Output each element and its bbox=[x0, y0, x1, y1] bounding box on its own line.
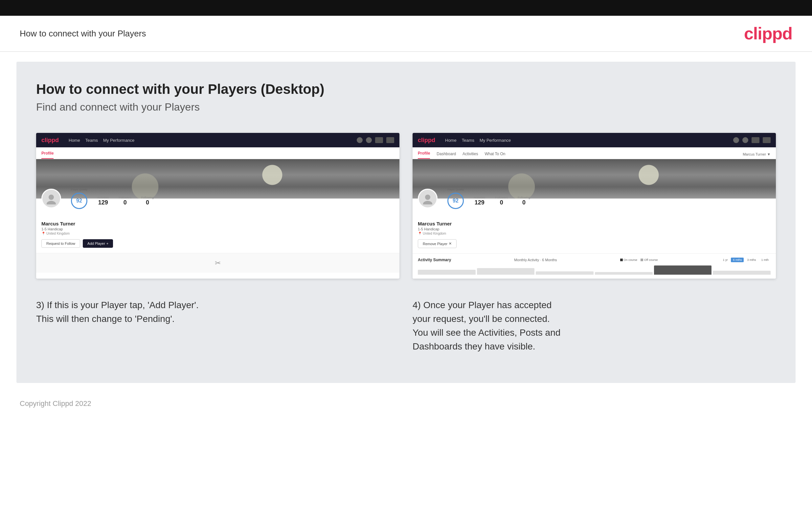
mock-stat-activities-label-left: Activities bbox=[97, 196, 109, 199]
mock-period-1yr[interactable]: 1 yr bbox=[721, 258, 729, 262]
mock-tab-activities-right[interactable]: Activities bbox=[462, 152, 478, 159]
footer: Copyright Clippd 2022 bbox=[0, 393, 812, 414]
mock-lang-right bbox=[763, 137, 771, 143]
footer-copyright: Copyright Clippd 2022 bbox=[20, 399, 91, 407]
mock-navbar-left: clippd Home Teams My Performance bbox=[36, 133, 399, 147]
description-block-3: 3) If this is your Player tap, 'Add Play… bbox=[36, 295, 399, 357]
mock-nav-perf-left: My Performance bbox=[103, 138, 134, 143]
mock-stat-following-label-right: Following bbox=[518, 196, 530, 199]
legend-dot-offcourse bbox=[641, 259, 643, 261]
mock-stat-followers-val-right: 0 bbox=[500, 199, 503, 206]
mock-player-location-right: 📍 United Kingdom bbox=[418, 232, 771, 235]
mock-activity-period-right: Monthly Activity · 6 Months bbox=[514, 258, 557, 262]
mock-tab-profile-left[interactable]: Profile bbox=[41, 151, 54, 159]
mock-avatar-right bbox=[418, 189, 438, 208]
mock-quality-circle-left: 92 bbox=[71, 192, 87, 209]
mock-stat-activities-left: Activities 129 bbox=[97, 196, 109, 206]
mock-nav-perf-right: My Performance bbox=[479, 138, 511, 143]
screenshot-right: clippd Home Teams My Performance Profile… bbox=[413, 133, 776, 279]
screenshot-left: clippd Home Teams My Performance Profile bbox=[36, 133, 399, 279]
mock-quality-wrapper-left: Player Quality 92 bbox=[71, 192, 87, 209]
mock-bar-1 bbox=[418, 270, 476, 275]
mock-profile-body-left: Player Quality 92 Activities 129 Followe… bbox=[36, 199, 399, 253]
mock-bar-5 bbox=[654, 266, 712, 275]
header-title: How to connect with your Players bbox=[20, 29, 146, 39]
mock-navbar-right: clippd Home Teams My Performance bbox=[413, 133, 776, 147]
mock-player-handicap-right: 1-5 Handicap bbox=[418, 227, 771, 231]
top-bar bbox=[0, 0, 812, 16]
mock-nav-teams-right: Teams bbox=[462, 138, 474, 143]
mock-player-name-right: Marcus Turner bbox=[418, 221, 771, 226]
remove-player-x-icon: ✕ bbox=[449, 241, 452, 246]
mock-buttons-row-right: Remove Player ✕ bbox=[418, 239, 771, 248]
mock-player-name-left: Marcus Turner bbox=[41, 221, 394, 226]
mock-stat-following-val-right: 0 bbox=[522, 199, 525, 206]
mock-chart-bars-right bbox=[418, 265, 771, 275]
mock-player-location-left: 📍 United Kingdom bbox=[41, 232, 394, 235]
mock-buttons-row-left: Request to Follow Add Player + bbox=[41, 239, 394, 248]
mock-stat-followers-left: Followers 0 bbox=[119, 196, 132, 206]
mock-bar-6 bbox=[713, 271, 771, 275]
mock-bar-4 bbox=[595, 272, 653, 275]
mock-user-icon-right bbox=[742, 137, 748, 143]
mock-tab-whattoon-right[interactable]: What To On bbox=[485, 152, 505, 159]
screenshots-row: clippd Home Teams My Performance Profile bbox=[36, 133, 776, 279]
mock-quality-label-right: Player Quality bbox=[447, 188, 464, 191]
main-title: How to connect with your Players (Deskto… bbox=[36, 81, 776, 97]
remove-player-label: Remove Player bbox=[423, 242, 447, 246]
mock-activity-header-right: Activity Summary Monthly Activity · 6 Mo… bbox=[418, 258, 771, 262]
mock-stat-activities-val-left: 129 bbox=[98, 199, 108, 206]
mock-activity-title-right: Activity Summary bbox=[418, 258, 451, 262]
location-pin-icon-left: 📍 bbox=[41, 232, 45, 235]
mock-stat-activities-right: Activities 129 bbox=[474, 196, 486, 206]
svg-point-2 bbox=[425, 194, 430, 200]
mock-period-6mths[interactable]: 6 mths bbox=[731, 258, 744, 262]
mock-quality-val-left: 92 bbox=[76, 198, 82, 204]
mock-quality-label-left: Player Quality bbox=[71, 188, 87, 191]
mock-logo-left: clippd bbox=[41, 137, 59, 144]
mock-stat-followers-label-left: Followers bbox=[119, 196, 132, 199]
mock-profile-body-right: Player Quality 92 Activities 129 Followe… bbox=[413, 199, 776, 253]
mock-settings-left bbox=[375, 137, 383, 143]
mock-tabbar-left: Profile bbox=[36, 147, 399, 159]
add-player-button[interactable]: Add Player + bbox=[83, 239, 113, 248]
mock-nav-home-right: Home bbox=[445, 138, 457, 143]
mock-settings-right bbox=[752, 137, 759, 143]
header: How to connect with your Players clippd bbox=[0, 16, 812, 52]
mock-legend-offcourse: Off course bbox=[641, 258, 658, 262]
mock-tab-profile-right[interactable]: Profile bbox=[418, 151, 430, 159]
remove-player-button[interactable]: Remove Player ✕ bbox=[418, 239, 457, 248]
mock-search-icon-right bbox=[733, 137, 739, 143]
mock-period-3mths[interactable]: 3 mths bbox=[745, 258, 758, 262]
mock-profile-info-left: Marcus Turner 1-5 Handicap 📍 United King… bbox=[41, 209, 394, 235]
mock-quality-val-right: 92 bbox=[453, 198, 459, 204]
mock-quality-wrapper-right: Player Quality 92 bbox=[447, 192, 464, 209]
add-player-plus-icon: + bbox=[106, 241, 108, 245]
legend-label-oncourse: On course bbox=[624, 258, 638, 262]
description-block-4: 4) Once your Player has acceptedyour req… bbox=[413, 295, 776, 357]
mock-tab-dashboard-right[interactable]: Dashboard bbox=[437, 152, 456, 159]
mock-player-dropdown-right[interactable]: Marcus Turner ▼ bbox=[743, 152, 771, 159]
mock-nav-links-right: Home Teams My Performance bbox=[445, 138, 726, 143]
mock-bar-3 bbox=[536, 271, 594, 275]
mock-player-handicap-left: 1-5 Handicap bbox=[41, 227, 394, 231]
mock-lang-left bbox=[386, 137, 394, 143]
svg-point-1 bbox=[47, 201, 56, 205]
descriptions-row: 3) If this is your Player tap, 'Add Play… bbox=[36, 295, 776, 357]
header-logo: clippd bbox=[744, 23, 792, 43]
mock-nav-home-left: Home bbox=[69, 138, 80, 143]
mock-user-icon-left bbox=[366, 137, 372, 143]
mock-legend-oncourse: On course bbox=[620, 258, 638, 262]
description-text-3: 3) If this is your Player tap, 'Add Play… bbox=[36, 298, 399, 326]
location-pin-icon-right: 📍 bbox=[418, 232, 422, 235]
mock-quality-circle-right: 92 bbox=[447, 192, 464, 209]
mock-cursor-area-left: ✂ bbox=[36, 253, 399, 273]
mock-activity-section-right: Activity Summary Monthly Activity · 6 Mo… bbox=[413, 253, 776, 279]
request-follow-button[interactable]: Request to Follow bbox=[41, 239, 80, 248]
mock-period-1mth[interactable]: 1 mth bbox=[759, 258, 771, 262]
mock-nav-icons-right bbox=[733, 137, 771, 143]
mock-stat-followers-right: Followers 0 bbox=[495, 196, 508, 206]
mock-logo-right: clippd bbox=[418, 137, 435, 144]
location-text-left: United Kingdom bbox=[46, 232, 70, 235]
cursor-icon-left: ✂ bbox=[215, 259, 221, 268]
